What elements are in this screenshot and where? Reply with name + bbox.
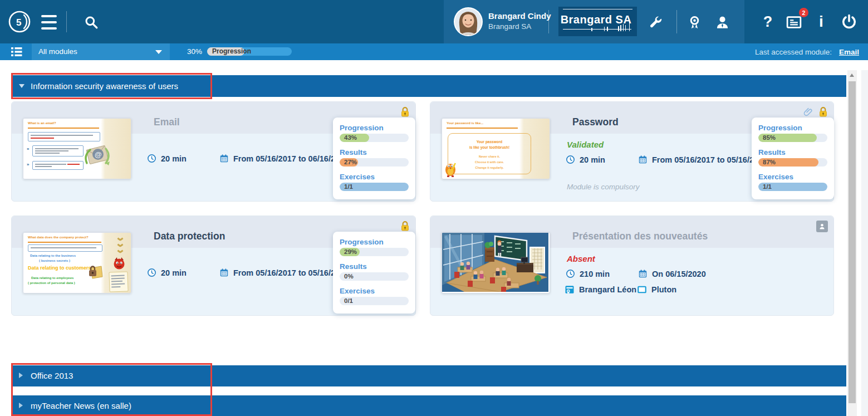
medal-icon bbox=[687, 15, 702, 30]
envelope-graphic: @ bbox=[81, 141, 114, 170]
status-absent: Absent bbox=[567, 254, 595, 263]
stats-panel: Progression 43% Results 27% Exercises 1/… bbox=[333, 118, 415, 199]
scroll-up-arrow[interactable] bbox=[850, 74, 854, 77]
chevron-down-icon bbox=[155, 50, 162, 54]
card-title: Data protection bbox=[154, 231, 225, 242]
lock-icon bbox=[818, 106, 828, 118]
last-accessed-label: Last accessed module: bbox=[755, 48, 832, 56]
search-button[interactable] bbox=[82, 13, 100, 31]
caret-right-icon bbox=[19, 403, 23, 408]
page-edge-strip bbox=[861, 70, 868, 416]
users-button[interactable] bbox=[712, 12, 732, 32]
svg-text:@: @ bbox=[95, 150, 102, 159]
teacher-icon bbox=[565, 285, 575, 295]
card-title: Email bbox=[154, 116, 180, 128]
section-header-infosec[interactable]: Information security awareness of users bbox=[11, 75, 846, 97]
company-logo: Brangard SA bbox=[558, 7, 637, 36]
svg-text:5: 5 bbox=[16, 17, 21, 28]
module-thumbnail[interactable]: What is an email? » » bbox=[23, 118, 131, 179]
calendar-icon bbox=[638, 269, 648, 278]
exercises-bar: 0/1 bbox=[340, 297, 409, 305]
calendar-icon bbox=[219, 268, 229, 277]
menu-button[interactable] bbox=[40, 15, 58, 30]
help-button[interactable]: ? bbox=[758, 11, 777, 32]
stat-label: Exercises bbox=[758, 173, 827, 181]
teacher-info: Brangard Léon bbox=[565, 285, 636, 295]
results-bar: 0% bbox=[340, 272, 409, 281]
user-name: Brangard Cindy bbox=[488, 11, 551, 21]
section-header-myteacher-news[interactable]: myTeacher News (en salle) bbox=[11, 395, 846, 416]
user-icon bbox=[715, 15, 730, 30]
module-card-email[interactable]: What is an email? » » bbox=[11, 101, 416, 202]
help-icon: ? bbox=[763, 14, 773, 30]
search-icon bbox=[84, 15, 99, 30]
user-avatar[interactable] bbox=[454, 7, 483, 36]
module-thumbnail[interactable]: Your password is like... Your password i… bbox=[442, 118, 550, 179]
chevron-graphic bbox=[117, 251, 123, 254]
mascot-graphic bbox=[444, 159, 458, 178]
user-company: Brangard SA bbox=[488, 22, 531, 31]
stat-label: Results bbox=[340, 262, 409, 271]
logout-button[interactable] bbox=[838, 11, 860, 32]
stats-panel: Progression 85% Results 87% Exercises 1/… bbox=[752, 118, 834, 199]
module-filter-value: All modules bbox=[38, 43, 77, 60]
app-screen: 5 bbox=[0, 0, 868, 416]
compulsory-note: Module is compulsory bbox=[567, 183, 640, 191]
stat-label: Results bbox=[758, 148, 827, 156]
section-title: Office 2013 bbox=[31, 365, 73, 386]
room-icon bbox=[637, 285, 647, 295]
achievements-button[interactable] bbox=[684, 12, 704, 32]
paperclip-icon bbox=[803, 106, 813, 118]
list-view-button[interactable] bbox=[10, 46, 26, 58]
caret-right-icon bbox=[19, 373, 23, 378]
card-title: Password bbox=[572, 116, 619, 128]
info-icon: i bbox=[819, 14, 823, 30]
admin-tools-button[interactable] bbox=[645, 12, 665, 32]
stat-label: Exercises bbox=[340, 173, 409, 181]
duration-info: 20 min bbox=[566, 155, 605, 164]
module-card-presentation[interactable]: Présentation des nouveautés Absent 210 m… bbox=[430, 216, 834, 316]
vertical-scrollbar[interactable] bbox=[847, 70, 857, 416]
notification-badge: 2 bbox=[799, 8, 808, 17]
navbar-divider bbox=[66, 11, 67, 32]
stat-label: Progression bbox=[340, 124, 409, 132]
section-header-office2013[interactable]: Office 2013 bbox=[11, 365, 846, 386]
calendar-icon bbox=[219, 154, 229, 163]
section-title: myTeacher News (en salle) bbox=[31, 395, 131, 416]
module-card-password[interactable]: Your password is like... Your password i… bbox=[430, 101, 834, 202]
card-title: Présentation des nouveautés bbox=[572, 231, 708, 242]
clock-icon bbox=[147, 154, 156, 163]
duration-info: 210 min bbox=[566, 269, 610, 278]
date-info: On 06/15/2020 bbox=[638, 269, 706, 278]
caret-down-icon bbox=[19, 84, 24, 88]
top-navbar: 5 bbox=[0, 0, 868, 43]
last-accessed-link[interactable]: Email bbox=[839, 48, 859, 56]
results-bar: 27% bbox=[340, 158, 409, 167]
scrollbar-thumb[interactable] bbox=[849, 81, 856, 403]
app-logo[interactable]: 5 bbox=[8, 11, 31, 33]
module-thumbnail[interactable] bbox=[442, 232, 550, 293]
status-validated: Validated bbox=[567, 140, 604, 149]
module-thumbnail[interactable]: What data does the company protect? Data… bbox=[23, 232, 131, 293]
stats-panel: Progression 29% Results 0% Exercises 0/1 bbox=[333, 232, 415, 314]
date-info: From 05/16/2017 to 05/16/2022 bbox=[219, 268, 349, 277]
power-icon bbox=[841, 13, 857, 30]
devil-mascot-graphic bbox=[112, 256, 126, 271]
avatar-photo bbox=[454, 7, 483, 36]
module-card-data-protection[interactable]: What data does the company protect? Data… bbox=[11, 216, 416, 316]
stat-label: Exercises bbox=[340, 287, 409, 295]
progression-bar: 43% bbox=[340, 134, 409, 142]
stat-label: Results bbox=[340, 148, 409, 156]
lock-icon bbox=[400, 221, 410, 232]
news-button[interactable]: 2 bbox=[784, 12, 804, 32]
info-button[interactable]: i bbox=[812, 11, 831, 32]
progress-label: Progression bbox=[212, 47, 251, 56]
navbar-divider bbox=[548, 10, 549, 33]
module-filter-dropdown[interactable]: All modules bbox=[32, 43, 170, 60]
wrench-icon bbox=[648, 15, 663, 30]
date-info: From 05/16/2017 to 06/16/2020 bbox=[219, 154, 349, 163]
chevron-graphic bbox=[117, 244, 123, 248]
newspaper-icon bbox=[786, 14, 802, 30]
duration-info: 20 min bbox=[147, 154, 187, 163]
logo-5-icon: 5 bbox=[8, 11, 31, 33]
